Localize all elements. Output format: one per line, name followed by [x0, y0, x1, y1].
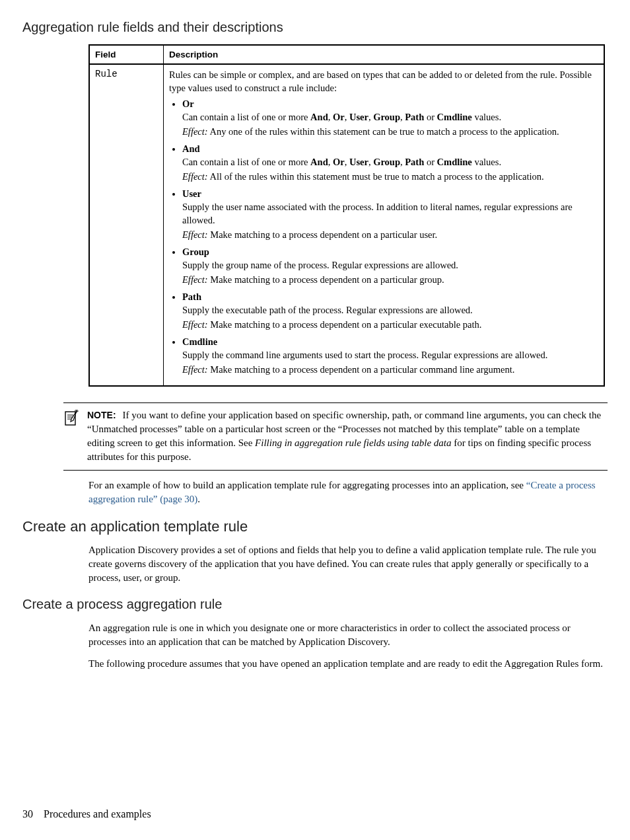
note-block: NOTE:If you want to define your applicat…	[63, 402, 608, 471]
rule-item-cmdline: Cmdline Supply the command line argument…	[182, 336, 598, 376]
template-rule-paragraph: Application Discovery provides a set of …	[88, 543, 605, 585]
note-icon	[63, 408, 79, 463]
note-text: NOTE:If you want to define your applicat…	[87, 408, 608, 463]
page-footer: 30 Procedures and examples	[22, 808, 151, 820]
rule-item-group: Group Supply the group name of the proce…	[182, 247, 598, 286]
rule-name: And	[182, 143, 200, 154]
heading-create-process-rule: Create a process aggregation rule	[22, 597, 608, 612]
rule-table-wrap: Field Description Rule Rules can be simp…	[88, 44, 605, 387]
rule-effect: Effect: Any one of the rules within this…	[182, 126, 598, 139]
col-header-field: Field	[89, 45, 164, 64]
rule-effect: Effect: Make matching to a process depen…	[182, 319, 598, 332]
rule-item-user: User Supply the user name associated wit…	[182, 188, 598, 241]
svg-line-4	[76, 410, 78, 410]
agg-rule-paragraph-2: The following procedure assumes that you…	[88, 657, 605, 671]
agg-rule-paragraph-1: An aggregation rule is one in which you …	[88, 621, 605, 649]
table-row: Rule Rules can be simple or complex, and…	[89, 64, 604, 386]
col-header-description: Description	[164, 45, 605, 64]
rule-name: Or	[182, 98, 194, 109]
rule-type-list: Or Can contain a list of one or more And…	[169, 98, 598, 376]
rule-body: Supply the executable path of the proces…	[182, 304, 598, 317]
cell-field: Rule	[89, 64, 164, 386]
example-paragraph: For an example of how to build an applic…	[88, 478, 605, 506]
rule-body: Supply the command line arguments used t…	[182, 349, 598, 362]
rule-name: Group	[182, 247, 209, 257]
footer-section: Procedures and examples	[44, 808, 151, 820]
rule-effect: Effect: Make matching to a process depen…	[182, 274, 598, 287]
rule-body: Supply the group name of the process. Re…	[182, 259, 598, 272]
rule-effect: Effect: Make matching to a process depen…	[182, 229, 598, 242]
rule-name: User	[182, 188, 201, 199]
rule-effect: Effect: Make matching to a process depen…	[182, 363, 598, 377]
rule-body: Can contain a list of one or more And, O…	[182, 111, 598, 124]
cell-description: Rules can be simple or complex, and are …	[164, 64, 605, 386]
rule-item-and: And Can contain a list of one or more An…	[182, 143, 598, 183]
rule-name: Path	[182, 291, 201, 302]
rule-body: Can contain a list of one or more And, O…	[182, 156, 598, 169]
rule-item-or: Or Can contain a list of one or more And…	[182, 98, 598, 138]
note-label: NOTE:	[87, 410, 123, 420]
rule-intro: Rules can be simple or complex, and are …	[169, 69, 598, 95]
rule-item-path: Path Supply the executable path of the p…	[182, 291, 598, 331]
heading-create-template-rule: Create an application template rule	[22, 518, 608, 535]
heading-aggregation-fields: Aggregation rule fields and their descri…	[22, 20, 608, 35]
rule-effect: Effect: All of the rules within this sta…	[182, 171, 598, 184]
rule-table: Field Description Rule Rules can be simp…	[88, 44, 605, 387]
rule-body: Supply the user name associated with the…	[182, 201, 598, 227]
rule-name: Cmdline	[182, 336, 217, 347]
page-number: 30	[22, 808, 41, 820]
